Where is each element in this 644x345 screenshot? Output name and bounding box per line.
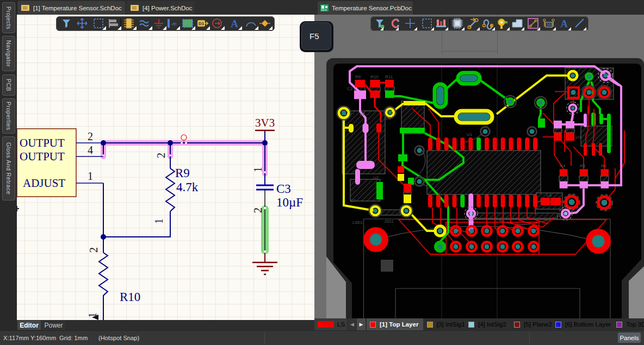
svg-text:2: 2 xyxy=(252,208,264,213)
svg-text:R4: R4 xyxy=(560,164,566,168)
svg-text:ADJUST: ADJUST xyxy=(23,177,65,190)
svg-text:R11: R11 xyxy=(385,74,393,79)
svg-text:R9: R9 xyxy=(175,166,190,180)
svg-text:R6: R6 xyxy=(601,164,607,168)
svg-text:1: 1 xyxy=(153,218,165,224)
svg-text:OUTPUT: OUTPUT xyxy=(20,136,65,149)
svg-text:A: A xyxy=(560,18,568,29)
svg-text:1: 1 xyxy=(252,167,264,172)
svg-text:2: 2 xyxy=(155,153,167,158)
svg-text:3V3: 3V3 xyxy=(255,116,275,129)
svg-text:OUTPUT: OUTPUT xyxy=(20,150,65,163)
svg-text:U1: U1 xyxy=(467,132,473,137)
svg-text:U5: U5 xyxy=(360,111,366,116)
svg-text:C8: C8 xyxy=(385,116,391,121)
svg-text:1: 1 xyxy=(86,312,98,318)
svg-text:L5D1: L5D1 xyxy=(352,220,363,225)
svg-text:C2: C2 xyxy=(347,86,353,91)
svg-text:R5: R5 xyxy=(580,164,586,168)
svg-text:R9: R9 xyxy=(355,74,361,79)
svg-text:JS01: JS01 xyxy=(384,219,394,224)
svg-text:D1: D1 xyxy=(199,21,205,26)
svg-text:C7: C7 xyxy=(350,198,356,203)
svg-text:10: 10 xyxy=(547,23,551,27)
svg-text:U2: U2 xyxy=(373,175,379,180)
svg-text:U3: U3 xyxy=(575,135,581,140)
svg-text:2: 2 xyxy=(88,130,93,142)
svg-text:-m: -m xyxy=(171,21,177,27)
svg-text:L6: L6 xyxy=(547,193,552,198)
svg-text:C3: C3 xyxy=(276,182,291,196)
svg-text:4: 4 xyxy=(88,144,93,156)
svg-text:R10: R10 xyxy=(370,74,379,79)
svg-text:R10: R10 xyxy=(120,290,140,304)
svg-text:2: 2 xyxy=(88,247,100,253)
svg-text:1: 1 xyxy=(88,170,93,182)
svg-text:10µF: 10µF xyxy=(276,196,303,209)
svg-text:4.7k: 4.7k xyxy=(176,180,199,194)
svg-text:A: A xyxy=(231,18,238,29)
